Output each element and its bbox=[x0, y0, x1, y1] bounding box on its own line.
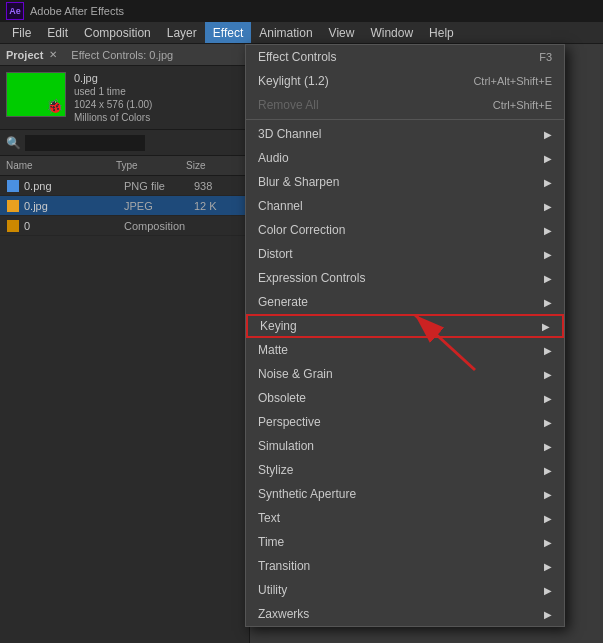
ae-logo: Ae bbox=[6, 2, 24, 20]
noise-grain-arrow: ▶ bbox=[544, 369, 552, 380]
3d-channel-arrow: ▶ bbox=[544, 129, 552, 140]
file-row-comp[interactable]: 0 Composition bbox=[0, 216, 249, 236]
obsolete-label: Obsolete bbox=[258, 391, 306, 405]
file-list: 0.png PNG file 938 0.jpg JPEG 12 K 0 Com… bbox=[0, 176, 249, 643]
file-row-png[interactable]: 0.png PNG file 938 bbox=[0, 176, 249, 196]
menu-remove-all[interactable]: Remove All Ctrl+Shift+E bbox=[246, 93, 564, 117]
menu-synthetic-aperture[interactable]: Synthetic Aperture ▶ bbox=[246, 482, 564, 506]
menu-perspective[interactable]: Perspective ▶ bbox=[246, 410, 564, 434]
file-size-png: 938 bbox=[194, 180, 234, 192]
menu-generate[interactable]: Generate ▶ bbox=[246, 290, 564, 314]
project-close-button[interactable]: ✕ bbox=[49, 49, 57, 60]
channel-label: Channel bbox=[258, 199, 303, 213]
menu-bar: File Edit Composition Layer Effect Anima… bbox=[0, 22, 603, 44]
menu-window[interactable]: Window bbox=[362, 22, 421, 43]
col-header-type: Type bbox=[116, 160, 186, 171]
simulation-label: Simulation bbox=[258, 439, 314, 453]
remove-all-shortcut: Ctrl+Shift+E bbox=[493, 99, 552, 111]
matte-arrow: ▶ bbox=[544, 345, 552, 356]
menu-composition[interactable]: Composition bbox=[76, 22, 159, 43]
transition-label: Transition bbox=[258, 559, 310, 573]
menu-audio[interactable]: Audio ▶ bbox=[246, 146, 564, 170]
expression-controls-arrow: ▶ bbox=[544, 273, 552, 284]
menu-distort[interactable]: Distort ▶ bbox=[246, 242, 564, 266]
text-label: Text bbox=[258, 511, 280, 525]
file-row-jpg[interactable]: 0.jpg JPEG 12 K bbox=[0, 196, 249, 216]
menu-edit[interactable]: Edit bbox=[39, 22, 76, 43]
file-name-png: 0.png bbox=[24, 180, 124, 192]
menu-simulation[interactable]: Simulation ▶ bbox=[246, 434, 564, 458]
audio-label: Audio bbox=[258, 151, 289, 165]
perspective-label: Perspective bbox=[258, 415, 321, 429]
title-bar: Ae Adobe After Effects bbox=[0, 0, 603, 22]
file-name-comp: 0 bbox=[24, 220, 124, 232]
audio-arrow: ▶ bbox=[544, 153, 552, 164]
left-panel: Project ✕ Effect Controls: 0.jpg 🐞 0.jpg… bbox=[0, 44, 250, 643]
menu-keying[interactable]: Keying ▶ bbox=[246, 314, 564, 338]
synthetic-aperture-label: Synthetic Aperture bbox=[258, 487, 356, 501]
file-list-header: Name Type Size bbox=[0, 156, 249, 176]
menu-stylize[interactable]: Stylize ▶ bbox=[246, 458, 564, 482]
menu-text[interactable]: Text ▶ bbox=[246, 506, 564, 530]
stylize-arrow: ▶ bbox=[544, 465, 552, 476]
menu-layer[interactable]: Layer bbox=[159, 22, 205, 43]
remove-all-label: Remove All bbox=[258, 98, 319, 112]
menu-transition[interactable]: Transition ▶ bbox=[246, 554, 564, 578]
effect-controls-tab[interactable]: Effect Controls: 0.jpg bbox=[71, 49, 173, 61]
menu-view[interactable]: View bbox=[321, 22, 363, 43]
file-type-comp: Composition bbox=[124, 220, 194, 232]
menu-effect[interactable]: Effect bbox=[205, 22, 251, 43]
color-correction-label: Color Correction bbox=[258, 223, 345, 237]
distort-arrow: ▶ bbox=[544, 249, 552, 260]
file-icon-comp bbox=[6, 219, 20, 233]
menu-animation[interactable]: Animation bbox=[251, 22, 320, 43]
col-header-size: Size bbox=[186, 160, 226, 171]
menu-keylight[interactable]: Keylight (1.2) Ctrl+Alt+Shift+E bbox=[246, 69, 564, 93]
menu-obsolete[interactable]: Obsolete ▶ bbox=[246, 386, 564, 410]
menu-divider-1 bbox=[246, 119, 564, 120]
zaxwerks-arrow: ▶ bbox=[544, 609, 552, 620]
keying-label: Keying bbox=[260, 319, 297, 333]
simulation-arrow: ▶ bbox=[544, 441, 552, 452]
preview-filename: 0.jpg bbox=[74, 72, 152, 84]
thumb-overlay-icon: 🐞 bbox=[46, 98, 63, 114]
menu-channel[interactable]: Channel ▶ bbox=[246, 194, 564, 218]
preview-used-count: used 1 time bbox=[74, 86, 152, 97]
synthetic-aperture-arrow: ▶ bbox=[544, 489, 552, 500]
menu-3d-channel[interactable]: 3D Channel ▶ bbox=[246, 122, 564, 146]
noise-grain-label: Noise & Grain bbox=[258, 367, 333, 381]
file-type-png: PNG file bbox=[124, 180, 194, 192]
preview-info: 0.jpg used 1 time 1024 x 576 (1.00) Mill… bbox=[74, 72, 152, 123]
menu-zaxwerks[interactable]: Zaxwerks ▶ bbox=[246, 602, 564, 626]
time-label: Time bbox=[258, 535, 284, 549]
utility-label: Utility bbox=[258, 583, 287, 597]
menu-file[interactable]: File bbox=[4, 22, 39, 43]
menu-color-correction[interactable]: Color Correction ▶ bbox=[246, 218, 564, 242]
channel-arrow: ▶ bbox=[544, 201, 552, 212]
text-arrow: ▶ bbox=[544, 513, 552, 524]
effect-dropdown-menu: Effect Controls F3 Keylight (1.2) Ctrl+A… bbox=[245, 44, 565, 627]
file-size-jpg: 12 K bbox=[194, 200, 234, 212]
title-text: Adobe After Effects bbox=[30, 5, 124, 17]
menu-help[interactable]: Help bbox=[421, 22, 462, 43]
menu-time[interactable]: Time ▶ bbox=[246, 530, 564, 554]
search-input[interactable] bbox=[25, 135, 145, 151]
generate-arrow: ▶ bbox=[544, 297, 552, 308]
menu-expression-controls[interactable]: Expression Controls ▶ bbox=[246, 266, 564, 290]
blur-sharpen-label: Blur & Sharpen bbox=[258, 175, 339, 189]
file-icon-png bbox=[6, 179, 20, 193]
color-correction-arrow: ▶ bbox=[544, 225, 552, 236]
keylight-shortcut: Ctrl+Alt+Shift+E bbox=[473, 75, 552, 87]
utility-arrow: ▶ bbox=[544, 585, 552, 596]
file-name-jpg: 0.jpg bbox=[24, 200, 124, 212]
expression-controls-label: Expression Controls bbox=[258, 271, 365, 285]
project-panel-header: Project ✕ Effect Controls: 0.jpg bbox=[0, 44, 249, 66]
menu-noise-grain[interactable]: Noise & Grain ▶ bbox=[246, 362, 564, 386]
menu-matte[interactable]: Matte ▶ bbox=[246, 338, 564, 362]
menu-utility[interactable]: Utility ▶ bbox=[246, 578, 564, 602]
menu-blur-sharpen[interactable]: Blur & Sharpen ▶ bbox=[246, 170, 564, 194]
menu-effect-controls[interactable]: Effect Controls F3 bbox=[246, 45, 564, 69]
generate-label: Generate bbox=[258, 295, 308, 309]
keying-arrow: ▶ bbox=[542, 321, 550, 332]
stylize-label: Stylize bbox=[258, 463, 293, 477]
